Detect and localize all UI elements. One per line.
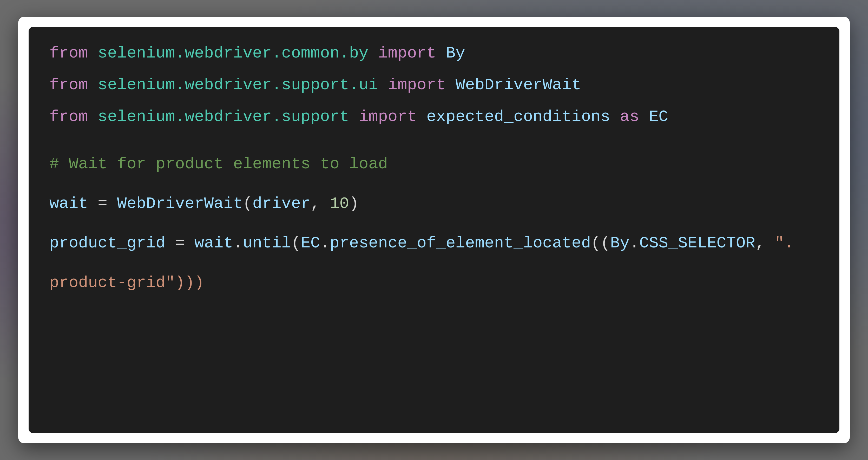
code-line-wait: wait = WebDriverWait(driver, 10) [50, 196, 818, 212]
code-line-product-grid-2: product-grid"))) [50, 275, 818, 291]
space-8 [349, 108, 359, 126]
space-10 [610, 108, 620, 126]
identifier-webdriverwait: WebDriverWait [456, 76, 581, 94]
keyword-from-3: from [50, 108, 88, 126]
comma-2: , [755, 234, 774, 252]
fn-presence: presence_of_element_located [330, 234, 591, 252]
space-11 [639, 108, 649, 126]
var-wait: wait [50, 194, 88, 213]
module-3: selenium.webdriver.support [98, 108, 349, 126]
keyword-as: as [620, 108, 639, 126]
code-block: from selenium.webdriver.common.by import… [29, 27, 839, 433]
identifier-ec: EC [649, 108, 668, 126]
keyword-import-2: import [388, 76, 446, 94]
fn-until: until [243, 234, 291, 252]
space-3 [436, 44, 446, 62]
number-10: 10 [330, 194, 349, 213]
code-line-comment: # Wait for product elements to load [50, 156, 818, 172]
string-selector-end: product-grid"))) [50, 274, 204, 292]
module-2: selenium.webdriver.support.ui [98, 76, 378, 94]
code-line-3: from selenium.webdriver.support import e… [50, 109, 818, 125]
dot-2: . [320, 234, 330, 252]
dot-3: . [629, 234, 639, 252]
keyword-import-3: import [359, 108, 417, 126]
fn-webdriverwait: WebDriverWait [117, 194, 243, 213]
var-product-grid: product_grid [50, 234, 165, 252]
space-12: = [88, 194, 117, 213]
var-by: By [610, 234, 629, 252]
var-ec: EC [301, 234, 320, 252]
space-2 [369, 44, 378, 62]
code-line-1: from selenium.webdriver.common.by import… [50, 45, 818, 61]
space-9 [417, 108, 427, 126]
dot-1: . [233, 234, 243, 252]
code-line-2: from selenium.webdriver.support.ui impor… [50, 77, 818, 93]
identifier-ec-full: expected_conditions [427, 108, 610, 126]
code-line-empty-1 [50, 141, 818, 148]
var-wait-2: wait [194, 234, 233, 252]
space-5 [378, 76, 388, 94]
var-css: CSS_SELECTOR [639, 234, 755, 252]
keyword-from-2: from [50, 76, 88, 94]
code-line-product-grid-1: product_grid = wait.until(EC.presence_of… [50, 235, 818, 251]
module-1: selenium.webdriver.common.by [98, 44, 369, 62]
paren-2: ) [349, 194, 359, 213]
window-container: from selenium.webdriver.common.by import… [18, 17, 850, 443]
comma-1: , [311, 194, 330, 213]
space-6 [446, 76, 456, 94]
comment-text: # Wait for product elements to load [50, 155, 388, 173]
keyword-import-1: import [378, 44, 436, 62]
string-selector-start: ". [775, 234, 794, 252]
keyword-from-1: from [50, 44, 88, 62]
param-driver: driver [252, 194, 310, 213]
paren-4: (( [591, 234, 610, 252]
space-7 [88, 108, 98, 126]
paren-1: ( [243, 194, 252, 213]
space-1 [88, 44, 98, 62]
paren-3: ( [291, 234, 301, 252]
space-4 [88, 76, 98, 94]
space-13: = [165, 234, 194, 252]
identifier-by: By [446, 44, 465, 62]
